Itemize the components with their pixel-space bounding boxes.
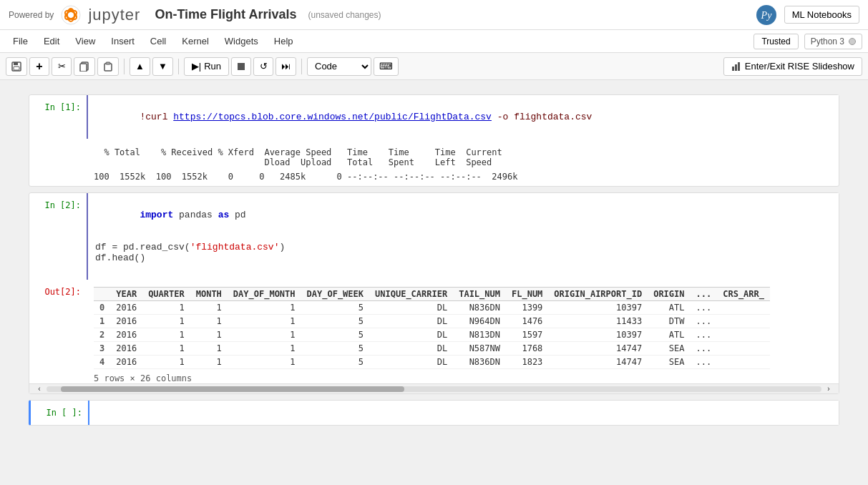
as-keyword: as <box>218 210 230 220</box>
menubar: File Edit View Insert Cell Kernel Widget… <box>0 30 868 53</box>
row-cell: 1 <box>190 342 228 356</box>
cell-2-label-out: Out[2]: <box>29 280 87 304</box>
col-header-origin-id: ORIGIN_AIRPORT_ID <box>548 288 648 301</box>
kernel-name-label: Python 3 <box>811 36 844 46</box>
chart-icon <box>731 62 741 72</box>
scroll-right-arrow[interactable]: › <box>821 386 836 392</box>
cell-2-input[interactable]: import pandas as pd df = pd.read_csv('fl… <box>87 193 839 280</box>
row-index: 1 <box>94 315 110 328</box>
table-row: 120161115DLN964DN147611433DTW... <box>94 315 770 328</box>
scroll-track[interactable] <box>47 386 821 392</box>
run-label: Run <box>204 61 221 72</box>
svg-rect-9 <box>14 67 19 70</box>
run-icon: ▶| <box>192 61 201 72</box>
jupyter-text-label: jupyter <box>88 6 140 24</box>
cell-3-label-in: In [ ]: <box>31 401 88 425</box>
python-logo-icon: Py <box>756 4 777 26</box>
cell-2-input-area: In [2]: import pandas as pd df = pd.read… <box>29 193 839 280</box>
move-up-button[interactable]: ▲ <box>130 57 150 76</box>
row-index: 0 <box>94 301 110 315</box>
rise-label: Enter/Exit RISE Slideshow <box>745 61 854 72</box>
menu-cell[interactable]: Cell <box>143 33 173 49</box>
trusted-button[interactable]: Trusted <box>754 34 798 49</box>
row-cell: 2016 <box>110 315 142 328</box>
row-cell: 1 <box>142 342 190 356</box>
row-cell: 1 <box>228 342 301 356</box>
table-row: 020161115DLN836DN139910397ATL... <box>94 301 770 315</box>
table-row: 320161115DLN587NW176814747SEA... <box>94 342 770 356</box>
cut-button[interactable]: ✂ <box>52 57 72 76</box>
dataframe-body: 020161115DLN836DN139910397ATL...12016111… <box>94 301 770 369</box>
cell-3-input[interactable] <box>88 401 839 425</box>
row-cell: 5 <box>301 328 369 342</box>
paste-icon <box>103 62 113 72</box>
row-cell: ATL <box>648 328 690 342</box>
ml-notebooks-button[interactable]: ML Notebooks <box>784 6 859 24</box>
topbar: Powered by jupyter On-Time Flight Arriva… <box>0 0 868 30</box>
stop-button[interactable] <box>231 57 251 76</box>
move-down-button[interactable]: ▼ <box>152 57 173 76</box>
scroll-left-arrow[interactable]: ‹ <box>32 386 47 392</box>
row-cell: 1 <box>228 315 301 328</box>
row-cell: ... <box>691 328 718 342</box>
cell-1: In [1]: !curl https://topcs.blob.core.wi… <box>29 94 839 187</box>
cut-icon: ✂ <box>58 61 66 72</box>
row-cell: 2016 <box>110 328 142 342</box>
col-header-dow: DAY_OF_WEEK <box>301 288 369 301</box>
row-cell: SEA <box>648 356 690 369</box>
toolbar: + ✂ ▲ ▼ ▶| Run ↺ ⏭ Code ⌨ Enter/Exit RIS… <box>0 53 868 80</box>
row-cell: 14747 <box>548 342 648 356</box>
row-cell: 1 <box>190 301 228 315</box>
row-cell: 1823 <box>506 356 548 369</box>
row-cell: ... <box>691 356 718 369</box>
cell-1-label-in: In [1]: <box>29 95 87 119</box>
notebook-area: In [1]: !curl https://topcs.blob.core.wi… <box>0 80 868 485</box>
row-cell <box>717 315 770 328</box>
row-cell: 1597 <box>506 328 548 342</box>
cell-1-output: % Total % Received % Xferd Average Speed… <box>87 139 839 186</box>
keyboard-shortcut-button[interactable]: ⌨ <box>374 57 399 76</box>
jupyter-logo-icon <box>61 5 81 25</box>
cell-1-input[interactable]: !curl https://topcs.blob.core.windows.ne… <box>87 95 839 139</box>
row-cell: N836DN <box>453 356 506 369</box>
svg-rect-11 <box>80 64 87 72</box>
stop-icon <box>238 63 245 70</box>
svg-text:Py: Py <box>760 10 772 21</box>
cell-1-label-out-empty <box>29 139 87 153</box>
scroll-bar-area[interactable]: ‹ › <box>29 383 839 393</box>
fast-forward-button[interactable]: ⏭ <box>275 57 296 76</box>
import-rest: pandas <box>173 210 218 220</box>
menu-widgets[interactable]: Widgets <box>218 33 265 49</box>
cell-2: In [2]: import pandas as pd df = pd.read… <box>29 192 839 394</box>
csv-string: 'flightdata.csv' <box>190 242 280 253</box>
menu-help[interactable]: Help <box>267 33 301 49</box>
save-button[interactable] <box>6 57 27 76</box>
row-cell: 1 <box>190 328 228 342</box>
svg-point-4 <box>69 9 72 11</box>
copy-button[interactable] <box>74 57 95 76</box>
pd-label: pd <box>229 210 245 220</box>
menu-view[interactable]: View <box>68 33 102 49</box>
menu-file[interactable]: File <box>6 33 35 49</box>
menu-edit[interactable]: Edit <box>36 33 67 49</box>
menu-kernel[interactable]: Kernel <box>175 33 216 49</box>
run-button[interactable]: ▶| Run <box>184 57 229 76</box>
menu-insert[interactable]: Insert <box>104 33 142 49</box>
row-cell: 10397 <box>548 328 648 342</box>
svg-rect-8 <box>14 62 18 65</box>
toolbar-divider-1 <box>124 59 125 74</box>
add-cell-button[interactable]: + <box>29 57 49 76</box>
row-cell: ... <box>691 315 718 328</box>
row-cell: 1 <box>142 356 190 369</box>
cell-3: In [ ]: <box>29 400 839 426</box>
col-header-carrier: UNIQUE_CARRIER <box>369 288 453 301</box>
rise-button[interactable]: Enter/Exit RISE Slideshow <box>723 57 862 76</box>
row-cell <box>717 356 770 369</box>
cell-type-select[interactable]: Code <box>307 57 371 76</box>
col-header-dom: DAY_OF_MONTH <box>228 288 301 301</box>
svg-rect-15 <box>735 64 737 71</box>
paste-button[interactable] <box>97 57 119 76</box>
row-cell: SEA <box>648 342 690 356</box>
scroll-thumb[interactable] <box>61 386 404 392</box>
restart-button[interactable]: ↺ <box>253 57 273 76</box>
